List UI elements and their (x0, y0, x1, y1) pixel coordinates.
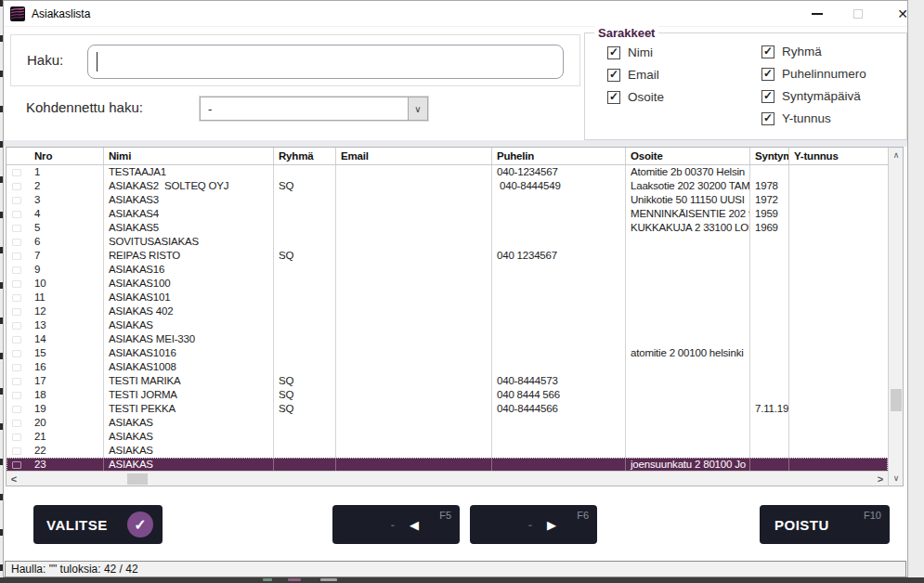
checkbox-icon: ✓ (607, 46, 620, 59)
scroll-down-icon[interactable]: ∨ (889, 471, 904, 486)
column-header-nimi[interactable]: Nimi (104, 148, 274, 164)
cell-puhelin (492, 416, 626, 430)
checkmark-icon: ✓ (763, 67, 773, 80)
row-icon (12, 461, 21, 469)
cell-syntym: 1959 (750, 207, 789, 221)
table-row[interactable]: 19 TESTI PEKKA SQ 040-8444566 7.11.19 (7, 402, 888, 416)
cell-ryhma: SQ (274, 402, 336, 416)
table-row[interactable]: 7 REIPAS RISTO SQ 040 1234567 (7, 249, 888, 263)
cell-puhelin (492, 235, 626, 249)
search-label: Haku: (27, 52, 63, 68)
column-checkbox[interactable]: ✓ Email (607, 68, 664, 82)
exit-button-label: POISTU (774, 517, 829, 533)
column-header-ytunnus[interactable]: Y-tunnus (789, 148, 888, 164)
cell-ryhma: SQ (274, 249, 336, 263)
row-icon (12, 197, 21, 204)
cell-syntym (750, 360, 789, 374)
table-row[interactable]: 17 TESTI MARIKA SQ 040-8444573 (7, 374, 888, 388)
column-checkbox[interactable]: ✓ Osoite (607, 90, 664, 104)
previous-button[interactable]: - ◀ F5 (332, 505, 460, 544)
cell-ryhma (274, 360, 336, 374)
table-row[interactable]: 20 ASIAKAS (7, 416, 888, 430)
scroll-left-icon[interactable]: < (7, 472, 21, 486)
table-header: NroNimiRyhmäEmailPuhelinOsoiteSyntymY-tu… (7, 148, 888, 165)
cell-nimi: ASIAKAS (104, 458, 274, 472)
table-row[interactable]: 14 ASIAKAS MEI-330 (7, 332, 888, 346)
cell-puhelin (492, 318, 626, 332)
select-button[interactable]: VALITSE ✓ (33, 505, 163, 544)
checkbox-icon: ✓ (761, 68, 774, 81)
previous-button-label: - (391, 518, 395, 532)
table-row[interactable]: 18 TESTI JORMA SQ 040 8444 566 (7, 388, 888, 402)
cell-ytunnus (789, 304, 888, 318)
cell-puhelin: 040-1234567 (492, 165, 626, 179)
table-row[interactable]: 10 ASIAKAS100 (7, 277, 888, 291)
cell-nimi: ASIAKAS (104, 430, 274, 444)
exit-button[interactable]: POISTU F10 (760, 505, 890, 544)
table-row[interactable]: 6 SOVITUSASIAKAS (7, 235, 888, 249)
text-caret (97, 52, 98, 71)
column-checkbox[interactable]: ✓ Nimi (607, 45, 664, 59)
scroll-right-icon[interactable]: > (873, 472, 888, 486)
vertical-scrollbar-thumb[interactable] (891, 389, 902, 411)
column-header-email[interactable]: Email (336, 148, 492, 164)
horizontal-scrollbar-thumb[interactable] (127, 473, 148, 485)
cell-syntym (750, 291, 789, 304)
cell-nro: 20 (7, 416, 104, 430)
cell-email (336, 374, 492, 388)
table-row[interactable]: 4 ASIAKAS4 MENNINKÄISENTIE 202 9 1959 (7, 207, 888, 221)
column-checkbox[interactable]: ✓ Syntymäpäivä (761, 89, 866, 103)
column-header-ryhma[interactable]: Ryhmä (274, 148, 336, 164)
dropdown-chevron-icon[interactable]: ∨ (408, 97, 427, 120)
table-row[interactable]: 11 ASIAKAS101 (7, 291, 888, 304)
column-header-nro[interactable]: Nro (7, 148, 104, 164)
table-row[interactable]: 1 TESTAAJA1 040-1234567 Atomitie 2b 0037… (7, 165, 888, 179)
checkmark-icon: ✓ (609, 45, 618, 58)
vertical-scrollbar[interactable]: ∧ ∨ (888, 148, 903, 486)
section-divider (4, 140, 907, 147)
checkbox-label: Puhelinnumero (782, 67, 866, 81)
column-header-puhelin[interactable]: Puhelin (492, 148, 626, 164)
table-row[interactable]: 13 ASIAKAS (7, 318, 888, 332)
table-row[interactable]: 23 ASIAKAS joensuunkatu 2 80100 Jo (7, 458, 888, 472)
close-button[interactable]: ✕ (889, 4, 917, 24)
cell-nimi: ASIAKAS (104, 318, 274, 332)
table-row[interactable]: 12 ASIAKAS 402 (7, 304, 888, 318)
table-row[interactable]: 21 ASIAKAS (7, 430, 888, 444)
cell-ryhma (274, 207, 336, 221)
scroll-up-icon[interactable]: ∧ (889, 148, 904, 162)
cell-email (336, 444, 492, 458)
cell-nimi: ASIAKAS3 (104, 193, 274, 207)
minimize-button[interactable] (803, 4, 831, 24)
column-header-syntym[interactable]: Syntym (750, 148, 789, 164)
cell-osoite (626, 360, 750, 374)
table-row[interactable]: 2 ASIAKAS2 SOLTEQ OYJ SQ 040-8444549 Laa… (7, 179, 888, 193)
cell-email (336, 165, 492, 179)
cell-nro: 3 (7, 193, 104, 207)
next-button[interactable]: - ▶ F6 (470, 505, 597, 544)
horizontal-scrollbar[interactable]: < > (7, 471, 888, 486)
cell-email (336, 193, 492, 207)
table-row[interactable]: 15 ASIAKAS1016 atomitie 2 00100 helsinki (7, 346, 888, 360)
cell-ryhma (274, 291, 336, 304)
table-row[interactable]: 5 ASIAKAS5 KUKKAKUJA 2 33100 LOI 1969 (7, 221, 888, 235)
checkbox-label: Ryhmä (782, 45, 822, 58)
cell-osoite: KUKKAKUJA 2 33100 LOI (626, 221, 750, 235)
table-row[interactable]: 16 ASIAKAS1008 (7, 360, 888, 374)
row-icon (12, 364, 21, 371)
column-checkbox[interactable]: ✓ Ryhmä (761, 45, 866, 58)
targeted-search-dropdown[interactable]: - ∨ (200, 97, 428, 121)
table-row[interactable]: 3 ASIAKAS3 Unikkotie 50 11150 UUSI 1972 (7, 193, 888, 207)
cell-osoite (626, 249, 750, 263)
cell-nro: 18 (7, 388, 104, 402)
cell-ryhma (274, 193, 336, 207)
cell-puhelin: 040-8444549 (492, 179, 626, 193)
cell-puhelin: 040-8444566 (492, 402, 626, 416)
search-input[interactable] (87, 45, 564, 79)
column-checkbox[interactable]: ✓ Puhelinnumero (761, 67, 866, 81)
column-header-osoite[interactable]: Osoite (626, 148, 750, 164)
column-checkbox[interactable]: ✓ Y-tunnus (761, 111, 866, 125)
table-row[interactable]: 9 ASIAKAS16 (7, 263, 888, 277)
table-row[interactable]: 22 ASIAKAS (7, 444, 888, 458)
cell-osoite (626, 430, 750, 444)
